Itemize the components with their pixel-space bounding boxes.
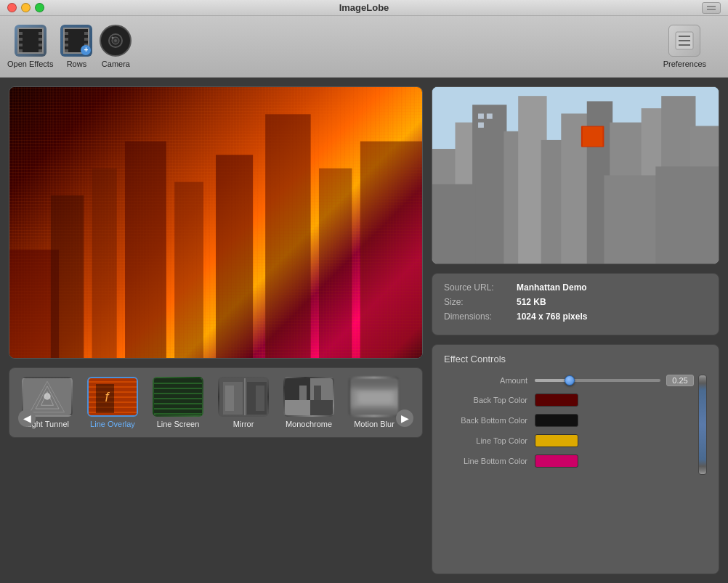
amount-slider-track[interactable] — [535, 379, 660, 382]
line-top-color-swatch[interactable] — [535, 434, 578, 447]
effect-line-overlay[interactable]: f Line Overlay — [84, 377, 142, 428]
svg-rect-16 — [174, 182, 203, 358]
effects-nav-right[interactable]: ▶ — [396, 409, 413, 427]
open-effects-button[interactable]: Open Effects — [7, 25, 53, 68]
effects-strip: Light Tunnel — [9, 367, 423, 438]
titlebar: ImageLobe — [0, 0, 728, 16]
right-arrow-icon: ▶ — [401, 412, 409, 424]
preferences-button[interactable]: Preferences — [663, 25, 706, 68]
svg-rect-77 — [487, 113, 493, 118]
svg-rect-18 — [265, 114, 310, 358]
svg-rect-20 — [360, 142, 422, 358]
preferences-label: Preferences — [663, 60, 706, 68]
back-bottom-color-label: Back Bottom Color — [444, 416, 527, 425]
line-top-color-label: Line Top Color — [444, 436, 527, 445]
line-overlay-label: Line Overlay — [90, 420, 135, 428]
preferences-icon — [668, 25, 700, 57]
line-screen-thumb — [153, 377, 203, 417]
effects-grid: Light Tunnel — [18, 377, 413, 428]
minimize-button[interactable] — [21, 3, 31, 12]
svg-rect-64 — [472, 105, 506, 264]
rows-label: Rows — [67, 60, 87, 68]
effects-nav-left[interactable]: ◀ — [18, 409, 36, 427]
line-top-color-control: Line Top Color — [444, 434, 694, 447]
svg-rect-55 — [299, 386, 307, 400]
svg-rect-14 — [92, 168, 117, 358]
maximize-button[interactable] — [35, 3, 44, 12]
svg-rect-79 — [432, 184, 475, 264]
rows-icon: + — [60, 25, 92, 57]
effect-mirror[interactable]: Mirror — [214, 377, 272, 428]
back-bottom-color-swatch[interactable] — [535, 414, 578, 427]
resize-icon — [705, 4, 717, 12]
svg-rect-19 — [319, 168, 352, 358]
back-top-color-control: Back Top Color — [444, 394, 694, 407]
mirror-label: Mirror — [233, 420, 254, 428]
svg-rect-13 — [51, 195, 84, 358]
controls-wrapper: Amount 0.25 Back Top Color — [444, 375, 707, 475]
svg-rect-1 — [707, 9, 716, 10]
source-image — [432, 87, 719, 264]
line-overlay-thumb: f — [87, 377, 138, 417]
size-row: Size: 512 KB — [444, 297, 707, 307]
svg-rect-52 — [310, 378, 334, 400]
svg-rect-78 — [478, 123, 484, 128]
svg-rect-17 — [216, 155, 253, 358]
window-resize-handle[interactable] — [702, 2, 721, 14]
source-url-row: Source URL: Manhattan Demo — [444, 282, 707, 293]
back-top-color-label: Back Top Color — [444, 396, 527, 404]
city-silhouette — [9, 87, 422, 358]
source-url-value: Manhattan Demo — [517, 282, 587, 293]
app-title: ImageLobe — [339, 2, 389, 13]
dimensions-value: 1024 x 768 pixels — [517, 311, 587, 322]
line-screen-preview — [154, 378, 203, 417]
svg-rect-56 — [314, 386, 321, 400]
monochrome-label: Monochrome — [286, 420, 332, 428]
svg-rect-53 — [285, 400, 310, 417]
svg-rect-67 — [541, 140, 565, 264]
mirror-thumb — [218, 377, 269, 417]
mirror-preview — [219, 378, 269, 417]
controls-scrollbar[interactable] — [698, 375, 707, 475]
monochrome-preview — [285, 378, 334, 417]
camera-button[interactable]: Camera — [100, 25, 132, 68]
motion-blur-preview — [350, 378, 400, 417]
svg-rect-60 — [357, 391, 394, 404]
open-effects-label: Open Effects — [7, 60, 53, 68]
size-value: 512 KB — [517, 297, 546, 307]
close-button[interactable] — [7, 3, 17, 12]
right-panel: Source URL: Manhattan Demo Size: 512 KB … — [432, 86, 719, 574]
source-city-image — [432, 87, 719, 264]
svg-rect-81 — [655, 166, 719, 264]
info-panel: Source URL: Manhattan Demo Size: 512 KB … — [432, 273, 719, 335]
svg-rect-80 — [604, 176, 661, 264]
line-bottom-color-swatch[interactable] — [535, 454, 578, 468]
effect-monochrome[interactable]: Monochrome — [280, 377, 338, 428]
svg-point-25 — [44, 393, 50, 399]
left-arrow-icon: ◀ — [23, 412, 31, 424]
camera-icon — [100, 25, 132, 57]
back-top-color-swatch[interactable] — [535, 394, 578, 407]
left-panel: Light Tunnel — [9, 86, 423, 574]
motion-blur-label: Motion Blur — [354, 420, 395, 428]
effect-controls-panel: Effect Controls Amount 0.25 — [432, 344, 719, 574]
monochrome-thumb — [283, 377, 334, 417]
motion-blur-thumb — [349, 377, 400, 417]
rows-button[interactable]: + Rows — [60, 25, 92, 68]
window-controls[interactable] — [7, 3, 44, 12]
amount-value[interactable]: 0.25 — [666, 375, 694, 386]
line-bottom-color-control: Line Bottom Color — [444, 454, 694, 468]
back-bottom-color-control: Back Bottom Color — [444, 414, 694, 427]
dimensions-row: Dimensions: 1024 x 768 pixels — [444, 311, 707, 322]
size-label: Size: — [444, 297, 517, 307]
amount-slider-container: 0.25 — [535, 375, 694, 386]
source-preview — [432, 86, 719, 264]
effect-motion-blur[interactable]: Motion Blur — [345, 377, 403, 428]
controls-title: Effect Controls — [444, 354, 707, 364]
svg-rect-48 — [225, 386, 234, 411]
svg-rect-76 — [478, 113, 484, 118]
svg-rect-75 — [583, 127, 603, 147]
svg-point-4 — [114, 39, 117, 42]
source-url-label: Source URL: — [444, 282, 517, 293]
effect-line-screen[interactable]: Line Screen — [149, 377, 207, 428]
